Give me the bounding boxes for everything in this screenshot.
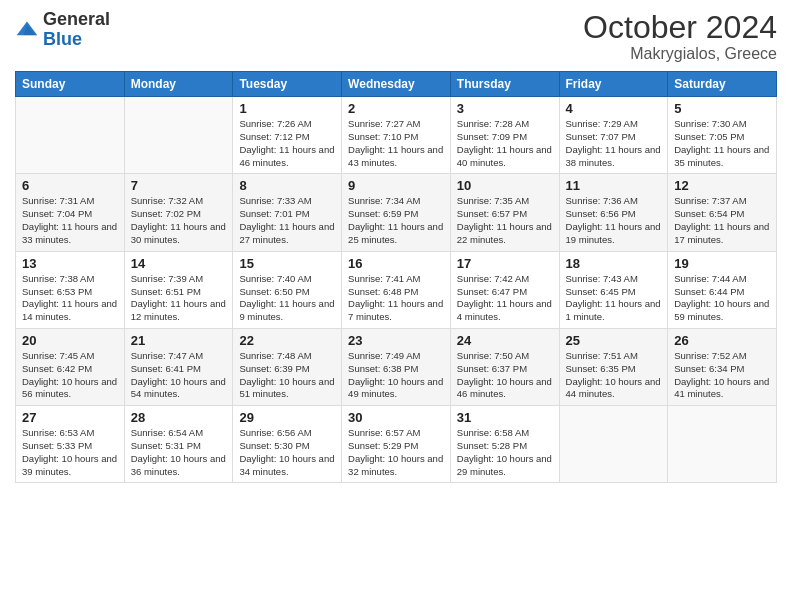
calendar-cell: 19Sunrise: 7:44 AM Sunset: 6:44 PM Dayli… bbox=[668, 251, 777, 328]
day-number: 16 bbox=[348, 256, 444, 271]
day-number: 27 bbox=[22, 410, 118, 425]
calendar-cell: 21Sunrise: 7:47 AM Sunset: 6:41 PM Dayli… bbox=[124, 328, 233, 405]
weekday-header-saturday: Saturday bbox=[668, 72, 777, 97]
calendar-cell: 3Sunrise: 7:28 AM Sunset: 7:09 PM Daylig… bbox=[450, 97, 559, 174]
day-info: Sunrise: 7:30 AM Sunset: 7:05 PM Dayligh… bbox=[674, 118, 770, 169]
day-number: 19 bbox=[674, 256, 770, 271]
day-number: 23 bbox=[348, 333, 444, 348]
day-number: 17 bbox=[457, 256, 553, 271]
day-number: 15 bbox=[239, 256, 335, 271]
calendar-cell: 29Sunrise: 6:56 AM Sunset: 5:30 PM Dayli… bbox=[233, 406, 342, 483]
weekday-header-monday: Monday bbox=[124, 72, 233, 97]
day-info: Sunrise: 7:48 AM Sunset: 6:39 PM Dayligh… bbox=[239, 350, 335, 401]
weekday-header-friday: Friday bbox=[559, 72, 668, 97]
day-number: 11 bbox=[566, 178, 662, 193]
day-info: Sunrise: 7:52 AM Sunset: 6:34 PM Dayligh… bbox=[674, 350, 770, 401]
calendar-cell: 11Sunrise: 7:36 AM Sunset: 6:56 PM Dayli… bbox=[559, 174, 668, 251]
calendar-table: SundayMondayTuesdayWednesdayThursdayFrid… bbox=[15, 71, 777, 483]
calendar-cell: 27Sunrise: 6:53 AM Sunset: 5:33 PM Dayli… bbox=[16, 406, 125, 483]
day-info: Sunrise: 7:33 AM Sunset: 7:01 PM Dayligh… bbox=[239, 195, 335, 246]
page: General Blue October 2024 Makrygialos, G… bbox=[0, 0, 792, 498]
day-info: Sunrise: 7:29 AM Sunset: 7:07 PM Dayligh… bbox=[566, 118, 662, 169]
day-info: Sunrise: 7:41 AM Sunset: 6:48 PM Dayligh… bbox=[348, 273, 444, 324]
weekday-header-sunday: Sunday bbox=[16, 72, 125, 97]
calendar-cell: 17Sunrise: 7:42 AM Sunset: 6:47 PM Dayli… bbox=[450, 251, 559, 328]
calendar-cell bbox=[16, 97, 125, 174]
day-info: Sunrise: 6:56 AM Sunset: 5:30 PM Dayligh… bbox=[239, 427, 335, 478]
logo-text: General Blue bbox=[43, 10, 110, 50]
day-number: 7 bbox=[131, 178, 227, 193]
header: General Blue October 2024 Makrygialos, G… bbox=[15, 10, 777, 63]
calendar-cell: 28Sunrise: 6:54 AM Sunset: 5:31 PM Dayli… bbox=[124, 406, 233, 483]
calendar-header-row: SundayMondayTuesdayWednesdayThursdayFrid… bbox=[16, 72, 777, 97]
day-info: Sunrise: 7:43 AM Sunset: 6:45 PM Dayligh… bbox=[566, 273, 662, 324]
calendar-cell: 31Sunrise: 6:58 AM Sunset: 5:28 PM Dayli… bbox=[450, 406, 559, 483]
day-number: 20 bbox=[22, 333, 118, 348]
calendar-week-row: 6Sunrise: 7:31 AM Sunset: 7:04 PM Daylig… bbox=[16, 174, 777, 251]
day-number: 28 bbox=[131, 410, 227, 425]
calendar-cell: 4Sunrise: 7:29 AM Sunset: 7:07 PM Daylig… bbox=[559, 97, 668, 174]
day-number: 30 bbox=[348, 410, 444, 425]
day-number: 6 bbox=[22, 178, 118, 193]
title-block: October 2024 Makrygialos, Greece bbox=[583, 10, 777, 63]
day-info: Sunrise: 6:54 AM Sunset: 5:31 PM Dayligh… bbox=[131, 427, 227, 478]
calendar-cell: 5Sunrise: 7:30 AM Sunset: 7:05 PM Daylig… bbox=[668, 97, 777, 174]
day-info: Sunrise: 7:50 AM Sunset: 6:37 PM Dayligh… bbox=[457, 350, 553, 401]
calendar-cell: 25Sunrise: 7:51 AM Sunset: 6:35 PM Dayli… bbox=[559, 328, 668, 405]
calendar-cell: 18Sunrise: 7:43 AM Sunset: 6:45 PM Dayli… bbox=[559, 251, 668, 328]
calendar-cell bbox=[124, 97, 233, 174]
calendar-week-row: 20Sunrise: 7:45 AM Sunset: 6:42 PM Dayli… bbox=[16, 328, 777, 405]
calendar-cell: 1Sunrise: 7:26 AM Sunset: 7:12 PM Daylig… bbox=[233, 97, 342, 174]
day-number: 21 bbox=[131, 333, 227, 348]
calendar-cell: 22Sunrise: 7:48 AM Sunset: 6:39 PM Dayli… bbox=[233, 328, 342, 405]
day-number: 3 bbox=[457, 101, 553, 116]
day-number: 14 bbox=[131, 256, 227, 271]
weekday-header-tuesday: Tuesday bbox=[233, 72, 342, 97]
day-info: Sunrise: 7:44 AM Sunset: 6:44 PM Dayligh… bbox=[674, 273, 770, 324]
day-info: Sunrise: 7:35 AM Sunset: 6:57 PM Dayligh… bbox=[457, 195, 553, 246]
calendar-cell: 8Sunrise: 7:33 AM Sunset: 7:01 PM Daylig… bbox=[233, 174, 342, 251]
calendar-cell: 12Sunrise: 7:37 AM Sunset: 6:54 PM Dayli… bbox=[668, 174, 777, 251]
calendar-week-row: 27Sunrise: 6:53 AM Sunset: 5:33 PM Dayli… bbox=[16, 406, 777, 483]
day-info: Sunrise: 7:34 AM Sunset: 6:59 PM Dayligh… bbox=[348, 195, 444, 246]
day-number: 24 bbox=[457, 333, 553, 348]
calendar-cell: 26Sunrise: 7:52 AM Sunset: 6:34 PM Dayli… bbox=[668, 328, 777, 405]
day-number: 12 bbox=[674, 178, 770, 193]
calendar-cell: 20Sunrise: 7:45 AM Sunset: 6:42 PM Dayli… bbox=[16, 328, 125, 405]
day-number: 29 bbox=[239, 410, 335, 425]
calendar-cell bbox=[559, 406, 668, 483]
day-info: Sunrise: 7:49 AM Sunset: 6:38 PM Dayligh… bbox=[348, 350, 444, 401]
logo: General Blue bbox=[15, 10, 110, 50]
logo-icon bbox=[15, 18, 39, 42]
day-info: Sunrise: 7:38 AM Sunset: 6:53 PM Dayligh… bbox=[22, 273, 118, 324]
day-number: 18 bbox=[566, 256, 662, 271]
calendar-cell bbox=[668, 406, 777, 483]
day-info: Sunrise: 7:45 AM Sunset: 6:42 PM Dayligh… bbox=[22, 350, 118, 401]
logo-general: General bbox=[43, 9, 110, 29]
day-info: Sunrise: 6:58 AM Sunset: 5:28 PM Dayligh… bbox=[457, 427, 553, 478]
location: Makrygialos, Greece bbox=[583, 45, 777, 63]
day-info: Sunrise: 6:53 AM Sunset: 5:33 PM Dayligh… bbox=[22, 427, 118, 478]
weekday-header-thursday: Thursday bbox=[450, 72, 559, 97]
day-info: Sunrise: 7:40 AM Sunset: 6:50 PM Dayligh… bbox=[239, 273, 335, 324]
calendar-cell: 14Sunrise: 7:39 AM Sunset: 6:51 PM Dayli… bbox=[124, 251, 233, 328]
calendar-cell: 15Sunrise: 7:40 AM Sunset: 6:50 PM Dayli… bbox=[233, 251, 342, 328]
calendar-cell: 24Sunrise: 7:50 AM Sunset: 6:37 PM Dayli… bbox=[450, 328, 559, 405]
calendar-cell: 2Sunrise: 7:27 AM Sunset: 7:10 PM Daylig… bbox=[342, 97, 451, 174]
day-info: Sunrise: 6:57 AM Sunset: 5:29 PM Dayligh… bbox=[348, 427, 444, 478]
day-info: Sunrise: 7:27 AM Sunset: 7:10 PM Dayligh… bbox=[348, 118, 444, 169]
day-number: 8 bbox=[239, 178, 335, 193]
day-number: 26 bbox=[674, 333, 770, 348]
day-info: Sunrise: 7:37 AM Sunset: 6:54 PM Dayligh… bbox=[674, 195, 770, 246]
day-number: 31 bbox=[457, 410, 553, 425]
calendar-week-row: 13Sunrise: 7:38 AM Sunset: 6:53 PM Dayli… bbox=[16, 251, 777, 328]
day-info: Sunrise: 7:39 AM Sunset: 6:51 PM Dayligh… bbox=[131, 273, 227, 324]
day-info: Sunrise: 7:31 AM Sunset: 7:04 PM Dayligh… bbox=[22, 195, 118, 246]
day-info: Sunrise: 7:51 AM Sunset: 6:35 PM Dayligh… bbox=[566, 350, 662, 401]
calendar-cell: 13Sunrise: 7:38 AM Sunset: 6:53 PM Dayli… bbox=[16, 251, 125, 328]
day-number: 10 bbox=[457, 178, 553, 193]
calendar-cell: 30Sunrise: 6:57 AM Sunset: 5:29 PM Dayli… bbox=[342, 406, 451, 483]
day-info: Sunrise: 7:42 AM Sunset: 6:47 PM Dayligh… bbox=[457, 273, 553, 324]
day-number: 4 bbox=[566, 101, 662, 116]
day-info: Sunrise: 7:28 AM Sunset: 7:09 PM Dayligh… bbox=[457, 118, 553, 169]
